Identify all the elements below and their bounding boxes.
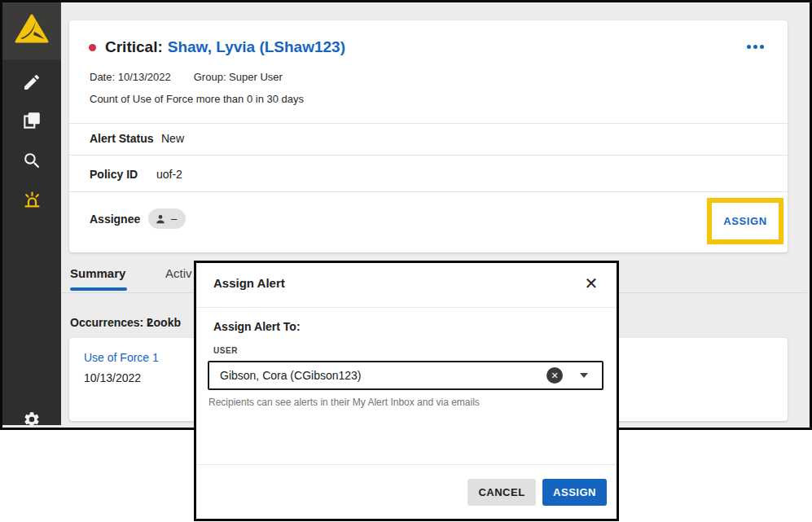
divider	[69, 191, 788, 192]
sidebar-item-edit[interactable]	[21, 72, 42, 93]
more-options-icon[interactable]	[744, 42, 766, 51]
sidebar	[2, 2, 61, 425]
alert-header: Critical: Shaw, Lyvia (LShaw123)	[89, 38, 345, 56]
alert-group: Group: Super User	[194, 71, 283, 83]
recipients-helper-text: Recipients can see alerts in their My Al…	[208, 397, 480, 408]
search-icon	[22, 151, 42, 171]
assignee-label: Assignee	[90, 213, 140, 226]
assign-button[interactable]: ASSIGN	[723, 215, 766, 227]
gear-icon	[23, 410, 41, 428]
modal-assign-button[interactable]: ASSIGN	[542, 479, 607, 506]
screenshot-stage: Critical: Shaw, Lyvia (LShaw123) Date: 1…	[0, 0, 812, 522]
sidebar-item-alerts-active[interactable]	[21, 189, 42, 210]
alarm-beacon-icon	[21, 189, 43, 211]
assign-alert-modal: Assign Alert ✕ Assign Alert To: USER Gib…	[194, 261, 619, 521]
clear-selection-icon[interactable]: ✕	[546, 367, 563, 384]
modal-footer-divider	[196, 464, 617, 465]
active-tab-underline	[70, 287, 127, 291]
alert-date: Date: 10/13/2022	[90, 71, 171, 83]
assignee-chip-value: –	[171, 213, 177, 225]
critical-severity-dot-icon	[89, 44, 96, 51]
alert-status-value: New	[161, 132, 184, 145]
lookback-label: Lookb	[147, 316, 181, 329]
alert-status-label: Alert Status	[90, 132, 154, 145]
sidebar-item-search[interactable]	[21, 150, 42, 171]
severity-label: Critical:	[105, 38, 163, 56]
sidebar-item-settings[interactable]	[21, 409, 42, 430]
modal-title: Assign Alert	[213, 276, 285, 290]
user-field-label: USER	[213, 346, 238, 355]
occurrences-count: Occurrences: 2	[70, 316, 153, 329]
user-select-field[interactable]: Gibson, Cora (CGibson123) ✕	[208, 361, 604, 390]
assignee-chip[interactable]: –	[148, 208, 186, 229]
policy-id-label: Policy ID	[90, 168, 138, 181]
sidebar-item-cases[interactable]	[21, 110, 42, 131]
cancel-button[interactable]: CANCEL	[467, 479, 536, 506]
divider	[69, 155, 788, 156]
alert-detail-card: Critical: Shaw, Lyvia (LShaw123) Date: 1…	[69, 20, 788, 252]
assign-highlight-annotation: ASSIGN	[707, 198, 783, 244]
subject-person-link[interactable]: Shaw, Lyvia (LShaw123)	[168, 38, 345, 56]
occurrence-date: 10/13/2022	[84, 371, 141, 384]
pencil-icon	[22, 72, 42, 92]
modal-header-divider	[196, 307, 617, 308]
app-logo[interactable]	[2, 2, 61, 59]
tab-activity[interactable]: Activ	[165, 266, 192, 280]
occurrence-link[interactable]: Use of Force 1	[84, 351, 159, 364]
person-icon	[155, 213, 166, 225]
user-select-value: Gibson, Cora (CGibson123)	[220, 369, 362, 382]
alert-meta-row: Date: 10/13/2022Group: Super User	[90, 71, 283, 83]
policy-id-value: uof-2	[156, 168, 182, 181]
alert-condition: Count of Use of Force more than 0 in 30 …	[90, 93, 304, 105]
divider	[69, 123, 788, 124]
tab-summary[interactable]: Summary	[70, 266, 125, 280]
brand-triangle-icon	[15, 14, 49, 48]
assign-to-label: Assign Alert To:	[213, 320, 301, 333]
copy-folder-icon	[21, 110, 42, 131]
close-icon[interactable]: ✕	[580, 272, 603, 295]
chevron-down-icon[interactable]	[580, 373, 588, 378]
